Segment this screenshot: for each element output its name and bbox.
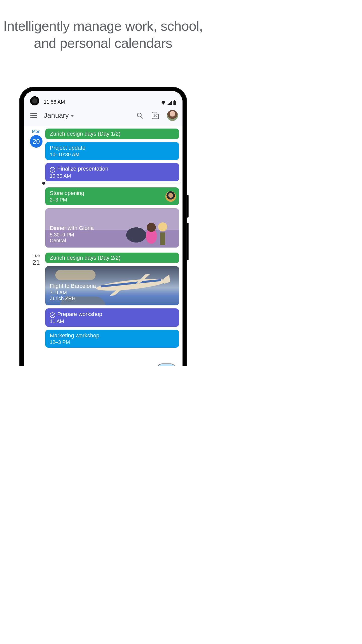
event-time: 10–10:30 AM <box>50 152 174 157</box>
event-location: Central <box>50 238 174 244</box>
battery-icon <box>173 100 176 105</box>
task-check-icon <box>50 312 55 318</box>
event-time: 11 AM <box>50 318 174 324</box>
search-button[interactable] <box>134 110 145 121</box>
today-button[interactable]: 20 <box>150 110 161 121</box>
event-card[interactable]: Marketing workshop12–3 PM <box>45 330 179 348</box>
event-card[interactable]: Prepare workshop11 AM <box>45 308 179 327</box>
camera-cutout <box>30 96 39 105</box>
event-time: 7–9 AM <box>50 290 174 296</box>
date-header[interactable]: Mon20 <box>27 129 45 248</box>
day-number: 20 <box>30 135 42 148</box>
svg-line-3 <box>141 116 143 118</box>
phone-mockup: 11:58 AM January <box>19 87 187 366</box>
day-block: Tue21Zürich design days (Day 2/2) Flight… <box>24 253 183 348</box>
month-selector[interactable]: January <box>44 111 74 119</box>
event-time: 5:30–9 PM <box>50 232 174 238</box>
svg-rect-1 <box>174 100 175 101</box>
create-event-fab[interactable]: + <box>157 364 175 366</box>
calendar-date-icon: 20 <box>152 112 159 119</box>
promo-headline: Intelligently manage work, school, and p… <box>0 18 206 52</box>
day-block: Mon20Zürich design days (Day 1/2)Project… <box>24 129 183 248</box>
dropdown-icon <box>71 115 74 117</box>
event-time: 2–3 PM <box>50 197 174 203</box>
profile-avatar[interactable] <box>167 110 178 121</box>
event-card[interactable]: Zürich design days (Day 2/2) <box>45 253 179 263</box>
event-time: 12–3 PM <box>50 339 174 345</box>
event-card[interactable]: Zürich design days (Day 1/2) <box>45 129 179 139</box>
event-title: Dinner with Gloria <box>50 225 174 231</box>
day-of-week: Mon <box>27 129 45 134</box>
event-title: Marketing workshop <box>50 332 174 339</box>
event-title: Zürich design days (Day 2/2) <box>50 255 174 261</box>
event-title: Project update <box>50 145 174 151</box>
app-bar: January 20 <box>24 105 183 126</box>
event-card[interactable]: Project update10–10:30 AM <box>45 142 179 160</box>
day-number: 21 <box>27 259 45 266</box>
event-card[interactable]: Finalize presentation10:30 AM <box>45 163 179 181</box>
status-bar: 11:58 AM <box>24 91 183 105</box>
schedule-list[interactable]: Mon20Zürich design days (Day 1/2)Project… <box>24 126 183 366</box>
attendee-avatar <box>165 191 176 202</box>
event-title: Finalize presentation <box>50 166 174 173</box>
menu-button[interactable] <box>28 110 39 121</box>
svg-rect-0 <box>173 101 176 105</box>
event-title: Flight to Barcelona <box>50 283 174 289</box>
wifi-icon <box>161 101 166 105</box>
month-label: January <box>44 111 69 119</box>
signal-icon <box>167 101 172 105</box>
event-card[interactable]: Flight to Barcelona7–9 AMZürich ZRH <box>45 266 179 305</box>
task-check-icon <box>50 167 55 173</box>
status-time: 11:58 AM <box>44 94 161 105</box>
day-of-week: Tue <box>27 253 45 258</box>
event-card[interactable]: Store opening2–3 PM <box>45 187 179 205</box>
date-header[interactable]: Tue21 <box>27 253 45 348</box>
event-title: Zürich design days (Day 1/2) <box>50 131 174 137</box>
event-title: Store opening <box>50 190 174 196</box>
event-title: Prepare workshop <box>50 311 174 318</box>
event-location: Zürich ZRH <box>50 296 174 301</box>
event-card[interactable]: Dinner with Gloria5:30–9 PMCentral <box>45 208 179 248</box>
event-time: 10:30 AM <box>50 173 174 179</box>
